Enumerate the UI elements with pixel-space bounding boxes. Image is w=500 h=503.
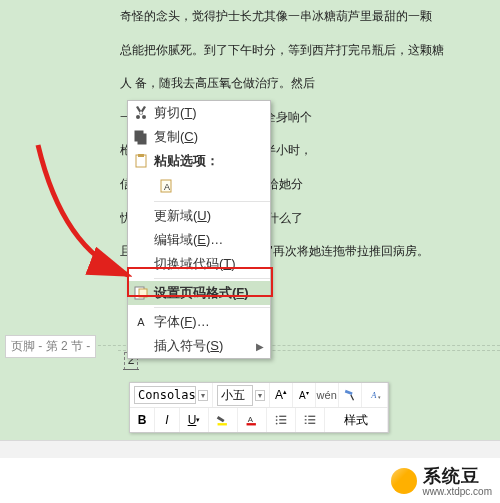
menu-label: 粘贴选项： <box>154 152 270 170</box>
menu-label: 更新域(U) <box>154 207 270 225</box>
styles-label: 样式 <box>344 412 368 429</box>
svg-rect-13 <box>247 423 256 425</box>
italic-button[interactable]: I <box>155 408 180 432</box>
svg-rect-17 <box>279 419 286 420</box>
menu-paste-option-item[interactable]: A <box>128 173 270 199</box>
menu-update-field[interactable]: 更新域(U) <box>128 204 270 228</box>
svg-point-18 <box>276 423 278 425</box>
svg-rect-25 <box>308 423 315 424</box>
menu-insert-symbol[interactable]: 插入符号(S) ▶ <box>128 334 270 358</box>
svg-point-16 <box>276 419 278 421</box>
highlight-icon <box>216 413 230 427</box>
grow-font-button[interactable]: A▴ <box>270 383 293 407</box>
svg-text:A: A <box>248 415 254 424</box>
format-painter-icon <box>343 388 357 402</box>
menu-label: 字体(F)… <box>154 313 270 331</box>
chevron-down-icon: ▾ <box>255 390 265 401</box>
svg-text:▾: ▾ <box>378 395 381 400</box>
menu-copy[interactable]: 复制(C) <box>128 125 270 149</box>
brand-logo-icon <box>391 468 417 494</box>
menu-cut[interactable]: 剪切(T) <box>128 101 270 125</box>
svg-text:A: A <box>137 316 145 328</box>
menu-separator <box>154 201 270 202</box>
watermark: 系统豆 www.xtdpc.com <box>0 458 500 503</box>
font-color-button[interactable]: A <box>238 408 267 432</box>
menu-label: 剪切(T) <box>154 104 270 122</box>
svg-rect-22 <box>305 419 307 420</box>
menu-paste-options[interactable]: 粘贴选项： <box>128 149 270 173</box>
bold-button[interactable]: B <box>130 408 155 432</box>
clear-formatting-button[interactable]: A▾ <box>362 383 389 407</box>
doc-line: 人 备，随我去高压氧仓做治疗。然后 <box>120 67 490 101</box>
styles-a-icon: A▾ <box>367 388 381 402</box>
menu-label: 编辑域(E)… <box>154 231 270 249</box>
context-menu: 剪切(T) 复制(C) 粘贴选项： A 更新域(U) 编辑域(E <box>127 100 271 359</box>
menu-label: 复制(C) <box>154 128 270 146</box>
menu-edit-field[interactable]: 编辑域(E)… <box>128 228 270 252</box>
svg-rect-7 <box>139 289 147 297</box>
highlight-button[interactable] <box>209 408 238 432</box>
styles-button[interactable]: 样式 <box>325 408 388 432</box>
svg-text:A: A <box>164 182 170 192</box>
font-name-dropdown[interactable]: Consolas▾ <box>130 383 213 407</box>
svg-rect-21 <box>308 416 315 417</box>
chevron-down-icon: ▾ <box>198 390 208 401</box>
menu-label: 切换域代码(T) <box>154 255 270 273</box>
bullets-icon <box>274 413 288 427</box>
bullets-button[interactable] <box>267 408 296 432</box>
svg-text:A: A <box>370 391 377 400</box>
doc-line: 总能把你腻死。到了下午时分，等到西芹打完吊瓶后，这颗糖 <box>120 34 490 68</box>
font-name-value: Consolas <box>134 386 196 404</box>
menu-separator <box>154 307 270 308</box>
shrink-font-button[interactable]: A▾ <box>293 383 316 407</box>
svg-rect-23 <box>308 419 315 420</box>
font-icon: A <box>128 314 154 330</box>
menu-label: 设置页码格式(F)… <box>154 284 270 302</box>
menu-separator <box>154 278 270 279</box>
underline-button[interactable]: U ▾ <box>180 408 209 432</box>
numbering-button[interactable] <box>296 408 325 432</box>
bold-icon: B <box>138 413 147 427</box>
svg-rect-11 <box>218 423 227 425</box>
svg-rect-15 <box>279 416 286 417</box>
svg-point-14 <box>276 416 278 418</box>
mini-toolbar: Consolas▾ 小五▾ A▴ A▾ wén A▾ B I U ▾ A <box>129 382 389 433</box>
ruby-icon: wén <box>317 390 337 401</box>
menu-page-number-format[interactable]: 设置页码格式(F)… <box>128 281 270 305</box>
footer-section-label: 页脚 - 第 2 节 - <box>5 335 96 358</box>
brand-name: 系统豆 <box>423 464 480 488</box>
chevron-right-icon: ▶ <box>256 341 264 352</box>
paste-keep-text-icon: A <box>154 178 180 194</box>
underline-icon: U <box>188 413 197 427</box>
brand-url: www.xtdpc.com <box>423 486 492 497</box>
svg-rect-19 <box>279 423 286 424</box>
scissors-icon <box>128 105 154 121</box>
font-size-value: 小五 <box>217 385 253 406</box>
italic-icon: I <box>165 413 168 427</box>
menu-font[interactable]: A 字体(F)… <box>128 310 270 334</box>
format-painter-button[interactable] <box>339 383 362 407</box>
menu-label: 插入符号(S) <box>154 337 270 355</box>
svg-rect-24 <box>305 423 307 424</box>
font-size-dropdown[interactable]: 小五▾ <box>213 383 270 407</box>
doc-line: 奇怪的念头，觉得护士长尤其像一串冰糖葫芦里最甜的一颗 <box>120 0 490 34</box>
font-color-icon: A <box>245 413 259 427</box>
phonetic-guide-button[interactable]: wén <box>316 383 339 407</box>
svg-rect-20 <box>305 416 307 417</box>
numbering-icon <box>303 413 317 427</box>
annotation-arrow-icon <box>33 140 143 290</box>
menu-toggle-field-code[interactable]: 切换域代码(T) <box>128 252 270 276</box>
